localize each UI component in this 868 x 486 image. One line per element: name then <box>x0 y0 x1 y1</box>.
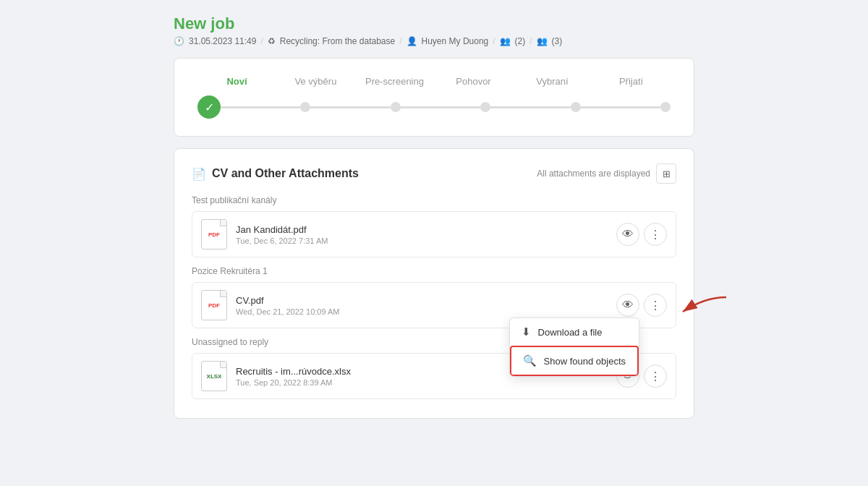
steps-card: Noví Ve výběru Pre-screening Pohovor Vyb… <box>174 58 694 137</box>
file-name-0: Jan Kandidát.pdf <box>236 224 616 235</box>
dropdown-menu: ⬇ Download a file 🔍 Show found objects <box>509 317 639 377</box>
file-date-1: Wed, Dec 21, 2022 10:09 AM <box>236 307 616 316</box>
file-date-2: Tue, Sep 20, 2022 8:39 AM <box>236 378 616 387</box>
step-circle-0[interactable]: ✓ <box>197 95 221 119</box>
step-circle-2[interactable] <box>391 102 401 112</box>
filter-label: All attachments are displayed <box>537 169 650 179</box>
steps-track: ✓ <box>197 95 671 119</box>
more-button-0[interactable]: ⋮ <box>644 223 667 246</box>
toggle-display-button[interactable]: ⊞ <box>656 163 676 184</box>
attachments-card: 📄 CV and Other Attachments All attachmen… <box>174 148 694 419</box>
xlsx-icon-2: XLSX <box>201 361 227 391</box>
step-label-5: Přijatí <box>592 76 671 87</box>
dropdown-item-show-objects[interactable]: 🔍 Show found objects <box>510 346 639 376</box>
file-date-0: Tue, Dec 6, 2022 7:31 AM <box>236 236 616 245</box>
group-label-1: Pozice Rekruitéra 1 <box>192 266 676 276</box>
step-circle-4[interactable] <box>571 102 581 112</box>
dropdown-item-download[interactable]: ⬇ Download a file <box>510 318 639 346</box>
download-icon: ⬇ <box>522 325 531 338</box>
file-actions-1: 👁 ⋮ <box>616 294 667 317</box>
preview-button-1[interactable]: 👁 <box>616 294 639 317</box>
step-line-1 <box>310 106 390 108</box>
meta-date: 31.05.2023 11:49 <box>189 36 256 46</box>
file-item-0: PDF Jan Kandidát.pdf Tue, Dec 6, 2022 7:… <box>192 211 676 257</box>
step-line-3 <box>490 106 570 108</box>
step-circle-3[interactable] <box>480 102 490 112</box>
group-label-0: Test publikační kanály <box>192 195 676 205</box>
page-title: New job <box>174 14 694 33</box>
step-line-4 <box>581 106 660 108</box>
meta-source: Recycling: From the database <box>280 36 395 46</box>
step-label-3: Pohovor <box>434 76 513 87</box>
steps-labels: Noví Ve výběru Pre-screening Pohovor Vyb… <box>197 76 671 87</box>
arrow-indicator <box>668 290 733 326</box>
step-circle-5[interactable] <box>660 102 671 112</box>
pdf-icon-1: PDF <box>201 290 227 320</box>
attachments-header: 📄 CV and Other Attachments All attachmen… <box>192 163 676 184</box>
more-button-2[interactable]: ⋮ <box>644 364 667 388</box>
file-details-1: CV.pdf Wed, Dec 21, 2022 10:09 AM <box>236 295 616 316</box>
meta-count1: (2) <box>515 36 526 46</box>
step-line-2 <box>401 106 480 108</box>
preview-button-0[interactable]: 👁 <box>616 223 639 246</box>
step-label-4: Vybraní <box>513 76 592 87</box>
meta-count2: (3) <box>552 36 563 46</box>
recycle-icon: ♻ <box>268 36 276 46</box>
step-circle-1[interactable] <box>300 102 310 112</box>
file-item-1: PDF CV.pdf Wed, Dec 21, 2022 10:09 AM 👁 … <box>192 282 676 328</box>
meta-bar: 🕐 31.05.2023 11:49 / ♻ Recycling: From t… <box>174 36 694 46</box>
attachments-filter: All attachments are displayed ⊞ <box>537 163 676 184</box>
step-label-2: Pre-screening <box>355 76 434 87</box>
group-icon: 👥 <box>500 36 511 46</box>
file-actions-0: 👁 ⋮ <box>616 223 667 246</box>
meta-user: Huyen My Duong <box>422 36 489 46</box>
pdf-icon-0: PDF <box>201 219 227 250</box>
file-name-1: CV.pdf <box>236 295 616 306</box>
user-icon: 👤 <box>407 36 417 46</box>
download-label: Download a file <box>538 327 603 338</box>
more-button-1[interactable]: ⋮ <box>644 294 667 317</box>
file-details-0: Jan Kandidát.pdf Tue, Dec 6, 2022 7:31 A… <box>236 224 616 245</box>
show-objects-label: Show found objects <box>544 356 626 367</box>
step-label-1: Ve výběru <box>276 76 355 87</box>
search-objects-icon: 🔍 <box>523 354 537 367</box>
clock-icon: 🕐 <box>174 36 184 46</box>
step-line-0 <box>221 106 300 108</box>
group2-icon: 👥 <box>537 36 548 46</box>
step-label-0: Noví <box>197 76 276 87</box>
file-icon-header: 📄 <box>192 167 206 181</box>
attachments-title: 📄 CV and Other Attachments <box>192 167 359 181</box>
